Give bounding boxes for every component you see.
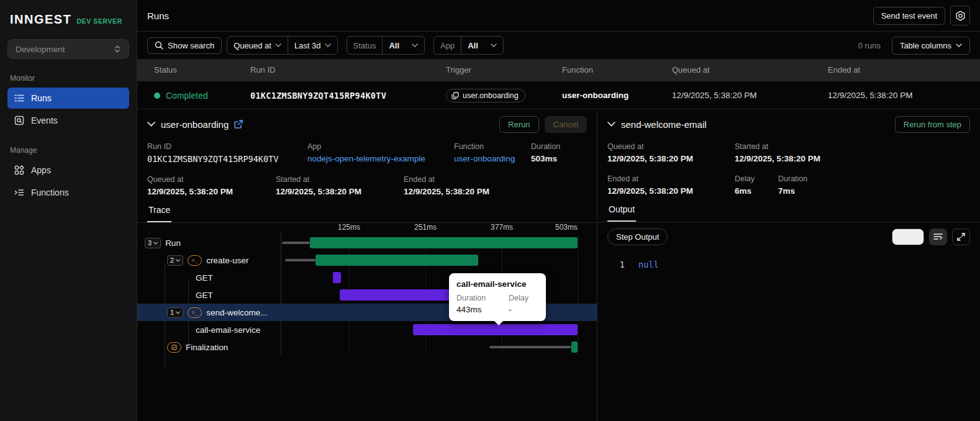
field-label: Started at — [276, 175, 404, 184]
col-ended-at: Ended at — [828, 65, 860, 75]
expand-button[interactable] — [952, 229, 970, 245]
run-detail-title: user-onboarding — [161, 119, 229, 130]
cancel-button[interactable]: Cancel — [545, 116, 587, 133]
trigger-name: user.onboarding — [463, 91, 519, 100]
trace-row-finalization[interactable]: Finalization — [137, 338, 597, 356]
span-bar[interactable] — [571, 342, 578, 353]
top-bar: Runs Send test event — [137, 0, 980, 32]
field-label: Queued at — [147, 175, 276, 184]
runs-table-header: Status Run ID Trigger Function Queued at… — [137, 59, 980, 81]
trace-row-create-user[interactable]: 2 >_ create-user — [137, 251, 597, 269]
settings-button[interactable] — [950, 6, 970, 25]
sidebar-item-events[interactable]: Events — [7, 110, 129, 131]
chevron-down-icon — [153, 242, 158, 245]
dev-server-badge: DEV SERVER — [76, 17, 122, 25]
tooltip-duration-value: 443ms — [456, 305, 509, 314]
time-range-value: Last 3d — [294, 41, 321, 50]
queue-line — [489, 346, 571, 348]
field-value: 7ms — [778, 186, 807, 196]
children-count-badge[interactable]: 1 — [167, 307, 183, 318]
word-wrap-button[interactable] — [929, 229, 947, 245]
inngest-logo: INNGEST — [10, 12, 71, 27]
manage-section-label: Manage — [0, 146, 137, 155]
field-ended-at: Ended at 12/9/2025, 5:38:20 PM — [404, 175, 489, 196]
span-bar[interactable] — [310, 237, 578, 248]
tab-trace[interactable]: Trace — [147, 202, 171, 222]
trigger-pill[interactable]: user.onboarding — [446, 89, 525, 102]
chevron-down-icon — [176, 311, 180, 314]
app-link[interactable]: nodejs-open-telemetry-example — [307, 154, 454, 163]
rerun-from-step-button[interactable]: Rerun from step — [895, 116, 970, 133]
tooltip-delay-label: Delay — [509, 294, 529, 302]
output-toolbar: Step Output Copy — [597, 222, 980, 251]
tab-output[interactable]: Output — [607, 202, 636, 222]
field-run-id: Run ID 01KC1ZMSBNY9ZQT415RP94K0TV — [147, 142, 307, 164]
trace-row-label: Finalization — [186, 343, 228, 352]
col-run-id: Run ID — [250, 65, 275, 75]
trace-row-label: create-user — [206, 256, 248, 265]
chevron-down-icon — [275, 43, 281, 47]
collapse-chevron-icon[interactable] — [147, 122, 155, 127]
step-run-icon: >_ — [188, 255, 202, 266]
trace-row-run[interactable]: 3 Run — [137, 234, 597, 251]
collapse-chevron-icon[interactable] — [607, 122, 615, 127]
trace-waterfall: 125ms 251ms 377ms 503ms 3 Run — [137, 223, 597, 421]
status-filter-dropdown[interactable]: All — [382, 37, 424, 54]
trace-row-label: call-email-service — [196, 325, 260, 335]
gear-icon — [955, 11, 966, 21]
status-filter-group: Status All — [347, 36, 425, 55]
workspace-select[interactable]: Development — [7, 39, 129, 59]
table-columns-button[interactable]: Table columns — [892, 37, 970, 55]
children-count-badge[interactable]: 2 — [167, 255, 183, 266]
external-link-icon[interactable] — [234, 120, 243, 129]
sidebar-item-runs[interactable]: Runs — [7, 88, 129, 109]
tick-label: 377ms — [483, 223, 520, 232]
ended-at-value: 12/9/2025, 5:38:20 PM — [828, 91, 913, 100]
search-icon — [155, 41, 163, 50]
table-row[interactable]: Completed 01KC1ZMSBNY9ZQT415RP94K0TV use… — [137, 81, 980, 109]
span-bar[interactable] — [333, 272, 340, 283]
sidebar-item-functions[interactable]: Functions — [7, 182, 129, 203]
function-link[interactable]: user-onboarding — [454, 154, 531, 163]
field-step-started-at: Started at 12/9/2025, 5:38:20 PM — [735, 142, 820, 163]
show-search-button[interactable]: Show search — [147, 37, 222, 54]
field-label: Queued at — [607, 142, 735, 151]
status-filter-value: All — [389, 41, 399, 50]
tick-label: 251ms — [407, 223, 444, 232]
field-started-at: Started at 12/9/2025, 5:38:20 PM — [276, 175, 404, 196]
children-count-badge[interactable]: 3 — [145, 238, 161, 248]
apps-icon — [14, 165, 25, 176]
tooltip-duration-label: Duration — [456, 294, 509, 302]
tooltip-delay-value: - — [509, 305, 529, 314]
time-field-dropdown[interactable]: Queued at — [227, 37, 288, 54]
app-filter-dropdown[interactable]: All — [461, 37, 503, 54]
col-status: Status — [154, 65, 177, 75]
queued-at-value: 12/9/2025, 5:38:20 PM — [672, 91, 757, 100]
trace-row-call-email-service[interactable]: call-email-service — [137, 321, 597, 338]
line-number: 1 — [616, 260, 625, 269]
run-status: Completed — [166, 91, 208, 101]
copy-button[interactable]: Copy — [892, 229, 924, 245]
field-step-duration: Duration 7ms — [778, 174, 807, 196]
sidebar-item-label: Apps — [31, 165, 51, 175]
span-bar[interactable] — [340, 289, 458, 301]
app-filter-group: App All — [433, 36, 504, 55]
send-test-event-button[interactable]: Send test event — [873, 7, 945, 25]
queue-line — [285, 259, 315, 261]
run-detail-tabs: Trace — [137, 202, 597, 223]
workspace-select-value: Development — [16, 45, 65, 54]
field-queued-at: Queued at 12/9/2025, 5:38:20 PM — [147, 175, 276, 196]
word-wrap-icon — [933, 233, 943, 240]
col-queued-at: Queued at — [672, 65, 710, 75]
trace-row-label: GET — [196, 273, 213, 283]
field-label: Delay — [735, 174, 778, 183]
time-range-dropdown[interactable]: Last 3d — [288, 37, 337, 54]
span-bar[interactable] — [413, 324, 578, 335]
span-bar[interactable] — [315, 255, 478, 266]
step-detail-tabs: Output — [597, 202, 980, 222]
chevron-down-icon — [412, 43, 418, 47]
rerun-button[interactable]: Rerun — [499, 116, 538, 133]
sidebar-item-apps[interactable]: Apps — [7, 160, 129, 181]
output-code: 1 null — [597, 251, 980, 269]
field-value: 12/9/2025, 5:38:20 PM — [607, 186, 735, 196]
